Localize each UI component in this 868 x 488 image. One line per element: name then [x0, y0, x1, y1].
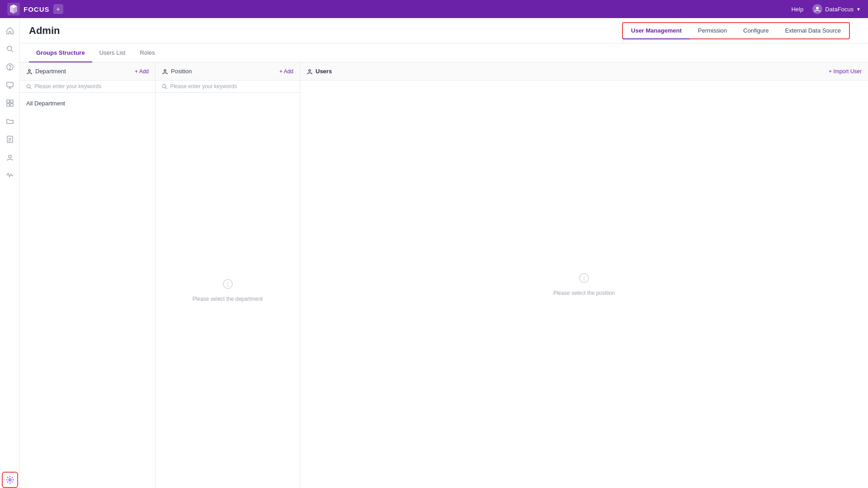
svg-point-23	[162, 84, 166, 88]
department-search-input[interactable]	[34, 83, 149, 90]
svg-rect-6	[7, 82, 13, 87]
svg-point-18	[9, 479, 11, 481]
department-search-wrapper	[26, 83, 149, 90]
svg-rect-13	[7, 136, 13, 142]
department-add-button[interactable]: + Add	[135, 68, 149, 75]
users-panel: Users + Import User Please select the po…	[300, 62, 868, 488]
position-panel: Position + Add	[156, 62, 300, 488]
main-content: Admin User Management Permission Configu…	[20, 18, 868, 488]
sub-header: Admin User Management Permission Configu…	[20, 18, 868, 43]
sidebar-item-folder[interactable]	[2, 113, 18, 129]
svg-rect-12	[10, 104, 13, 106]
page-title: Admin	[29, 25, 65, 37]
import-user-button[interactable]: + Import User	[829, 68, 862, 75]
sidebar-item-search[interactable]	[2, 41, 18, 57]
header-right: Help DataFocus ▼	[791, 4, 861, 14]
users-empty-icon	[579, 273, 590, 286]
department-panel-header: Department + Add	[20, 62, 155, 81]
department-search-icon	[26, 84, 32, 90]
svg-line-24	[165, 87, 167, 89]
focus-logo-icon	[7, 3, 20, 15]
logo-area: FOCUS +	[7, 3, 63, 15]
list-item[interactable]: All Department	[20, 96, 155, 110]
users-panel-header: Users + Import User	[300, 62, 868, 81]
department-title-label: Department	[35, 68, 66, 75]
sidebar-item-chart[interactable]	[2, 95, 18, 111]
department-panel: Department + Add All Department	[20, 62, 156, 488]
secondary-tab-users-list[interactable]: Users List	[92, 44, 133, 62]
position-empty-state: Please select the department	[156, 93, 300, 488]
user-area[interactable]: DataFocus ▼	[812, 4, 861, 14]
sidebar-item-monitor[interactable]	[2, 77, 18, 93]
users-empty-message: Please select the position	[553, 290, 615, 296]
top-header: FOCUS + Help DataFocus ▼	[0, 0, 868, 18]
position-search-icon	[162, 84, 167, 90]
position-empty-icon	[222, 279, 233, 292]
svg-line-3	[11, 50, 13, 52]
sidebar-item-help[interactable]	[2, 59, 18, 75]
nav-tabs-group: User Management Permission Configure Ext…	[622, 22, 850, 39]
tab-configure[interactable]: Configure	[735, 23, 777, 38]
svg-line-21	[30, 87, 31, 89]
svg-point-28	[309, 70, 311, 71]
department-icon	[26, 68, 33, 75]
tab-permission[interactable]: Permission	[690, 23, 735, 38]
help-link[interactable]: Help	[791, 6, 803, 13]
position-empty-message: Please select the department	[193, 296, 263, 302]
avatar	[812, 4, 822, 14]
sidebar-item-user[interactable]	[2, 149, 18, 166]
sidebar-item-task[interactable]	[2, 131, 18, 147]
sidebar-item-activity[interactable]	[2, 167, 18, 184]
svg-rect-11	[7, 104, 9, 106]
logo-text: FOCUS	[24, 5, 50, 13]
position-add-button[interactable]: + Add	[279, 68, 293, 75]
svg-point-5	[9, 69, 10, 70]
svg-point-22	[164, 70, 166, 71]
users-title-label: Users	[316, 68, 332, 75]
svg-point-2	[7, 46, 12, 51]
svg-point-20	[27, 84, 30, 87]
user-chevron-icon: ▼	[856, 7, 861, 12]
logo-add-button[interactable]: +	[53, 4, 63, 14]
panels-container: Department + Add All Department	[20, 62, 868, 488]
svg-point-31	[584, 280, 585, 280]
position-panel-title: Position	[162, 68, 192, 75]
svg-rect-10	[10, 100, 13, 103]
users-panel-title: Users	[307, 68, 332, 75]
secondary-tabs: Groups Structure Users List Roles	[20, 43, 868, 62]
svg-point-1	[816, 7, 819, 9]
position-search-input[interactable]	[170, 83, 293, 90]
body-layout: Admin User Management Permission Configu…	[0, 18, 868, 488]
svg-point-19	[28, 70, 30, 71]
department-panel-title: Department	[26, 68, 66, 75]
sidebar	[0, 18, 20, 488]
position-search	[156, 81, 300, 93]
position-panel-header: Position + Add	[156, 62, 300, 81]
department-panel-content: All Department	[20, 93, 155, 488]
position-search-wrapper	[162, 83, 293, 90]
tab-user-management[interactable]: User Management	[623, 23, 690, 38]
svg-point-27	[227, 285, 228, 286]
tab-external-data-source[interactable]: External Data Source	[777, 23, 849, 38]
department-search	[20, 81, 155, 93]
position-title-label: Position	[171, 68, 192, 75]
position-icon	[162, 68, 168, 75]
secondary-tab-groups-structure[interactable]: Groups Structure	[29, 44, 92, 62]
svg-rect-9	[7, 100, 9, 103]
sidebar-item-settings[interactable]	[2, 472, 18, 488]
user-name: DataFocus	[825, 6, 854, 13]
sidebar-item-home[interactable]	[2, 23, 18, 39]
secondary-tab-roles[interactable]: Roles	[132, 44, 162, 62]
svg-point-17	[9, 155, 11, 158]
users-empty-state: Please select the position	[300, 81, 868, 488]
users-icon	[307, 68, 313, 75]
